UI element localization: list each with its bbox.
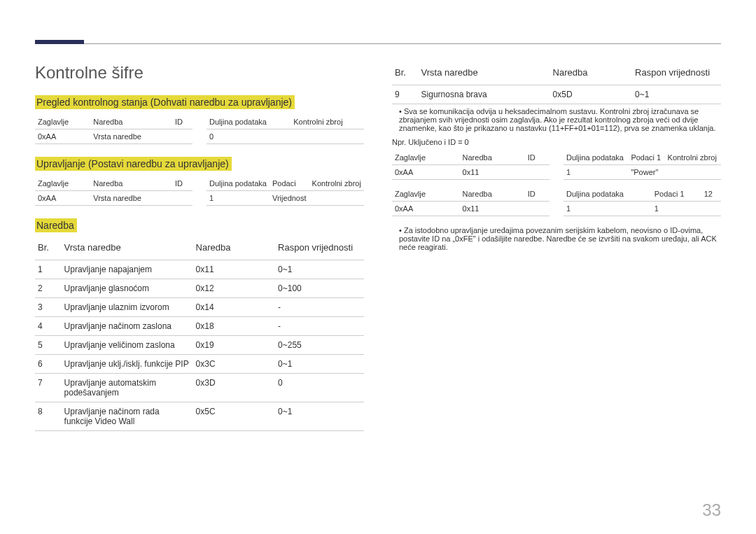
cell: Podaci 1	[652, 187, 701, 202]
th-br: Br.	[35, 238, 62, 260]
cell: 12	[701, 187, 721, 202]
note-broadcast: • Za istodobno upravljanje uređajima pov…	[392, 223, 721, 254]
cell: 4	[35, 317, 62, 336]
control-grid-right: Duljina podatakaPodaciKontrolni zbroj 1V…	[206, 176, 364, 206]
table-row: 8Upravljanje načinom rada funkcije Video…	[35, 402, 364, 431]
table-row: 9 Sigurnosna brava 0x5D 0~1	[392, 85, 721, 104]
cell: ID	[172, 115, 192, 129]
cell: 0xAA	[35, 129, 90, 144]
example-label: Npr. Uključeno i ID = 0	[392, 135, 721, 150]
cell: 1	[564, 165, 628, 180]
cell: Zaglavlje	[392, 187, 460, 202]
example-grid-b-right: Duljina podatakaPodaci 112 11	[564, 187, 721, 216]
cell: Sigurnosna brava	[419, 85, 550, 104]
cell: 0~255	[275, 336, 364, 355]
cell: Kontrolni zbroj	[665, 150, 721, 165]
cell	[525, 165, 550, 180]
cell: 0x3C	[193, 355, 276, 374]
section-control: Upravljanje (Postavi naredbu za upravlja…	[35, 157, 364, 206]
cell: ID	[525, 187, 550, 202]
control-grid-left: ZaglavljeNaredbaID 0xAAVrsta naredbe	[35, 176, 192, 206]
table-row: 5Upravljanje veličinom zaslona0x190~255	[35, 336, 364, 355]
cell: Upravljanje ulaznim izvorom	[62, 298, 193, 317]
cell: ID	[525, 150, 550, 165]
left-column: Kontrolne šifre Pregled kontrolnog stanj…	[35, 63, 364, 444]
example-grid-b-left: ZaglavljeNaredbaID 0xAA0x11	[392, 187, 550, 216]
cell: Duljina podataka	[564, 187, 652, 202]
view-state-grid-right: Duljina podatakaKontrolni zbroj 0	[206, 115, 364, 144]
cell: 0x3D	[193, 374, 276, 402]
cell	[172, 129, 192, 144]
table-row: 2Upravljanje glasnoćom0x120~100	[35, 279, 364, 298]
cell: Zaglavlje	[35, 115, 90, 129]
cell: 0x11	[460, 202, 525, 216]
cell: 0~100	[275, 279, 364, 298]
cell: 0	[275, 374, 364, 402]
cell: 0x11	[193, 260, 276, 279]
cell: 5	[35, 336, 62, 355]
cell: Kontrolni zbroj	[309, 176, 364, 191]
th-type: Vrsta naredbe	[62, 238, 193, 260]
section-command: Naredba Br. Vrsta naredbe Naredba Raspon…	[35, 218, 364, 431]
cell: 0x5C	[193, 402, 276, 431]
command-table-cont: Br. Vrsta naredbe Naredba Raspon vrijedn…	[392, 63, 721, 104]
th-type: Vrsta naredbe	[419, 63, 550, 85]
cell	[309, 191, 364, 206]
cell	[665, 165, 721, 180]
cell: 0xAA	[392, 202, 460, 216]
cell	[290, 129, 364, 144]
cell: Duljina podataka	[564, 150, 628, 165]
cell: ID	[172, 176, 192, 191]
cell: 0~1	[632, 85, 721, 104]
cell: Upravljanje veličinom zaslona	[62, 336, 193, 355]
cell: Zaglavlje	[35, 176, 90, 191]
cell: "Power"	[628, 165, 664, 180]
cell: 0~1	[275, 355, 364, 374]
cell: Vrijednost	[270, 191, 309, 206]
page-number: 33	[702, 500, 721, 520]
cell: Upravljanje načinom rada funkcije Video …	[62, 402, 193, 431]
cell	[525, 202, 550, 216]
cell	[172, 191, 192, 206]
cell: 8	[35, 402, 62, 431]
table-row: 7Upravljanje automatskim podešavanjem0x3…	[35, 374, 364, 402]
cell: Vrsta naredbe	[90, 191, 172, 206]
right-column: Br. Vrsta naredbe Naredba Raspon vrijedn…	[392, 63, 721, 444]
cell: 7	[35, 374, 62, 402]
th-range: Raspon vrijednosti	[632, 63, 721, 85]
page-content: Kontrolne šifre Pregled kontrolnog stanj…	[35, 63, 721, 444]
table-row: 4Upravljanje načinom zaslona0x18-	[35, 317, 364, 336]
cell: 0~1	[275, 402, 364, 431]
cell: 1	[206, 191, 270, 206]
cell: 0x12	[193, 279, 276, 298]
th-cmd: Naredba	[193, 238, 276, 260]
cell: Duljina podataka	[206, 115, 290, 129]
cell: 1	[564, 202, 652, 216]
cell: 1	[652, 202, 701, 216]
cell: 9	[392, 85, 419, 104]
page-title: Kontrolne šifre	[35, 63, 364, 83]
cell: 0x5D	[550, 85, 633, 104]
command-table: Br. Vrsta naredbe Naredba Raspon vrijedn…	[35, 238, 364, 431]
cell: Upravljanje glasnoćom	[62, 279, 193, 298]
cell: 0x18	[193, 317, 276, 336]
cell: Podaci	[270, 176, 309, 191]
cell: 0x19	[193, 336, 276, 355]
cell: Upravljanje načinom zaslona	[62, 317, 193, 336]
cell: Upravljanje automatskim podešavanjem	[62, 374, 193, 402]
cell: Upravljanje uklj./isklj. funkcije PIP	[62, 355, 193, 374]
cell	[701, 202, 721, 216]
cell: Naredba	[90, 115, 172, 129]
cell: Naredba	[90, 176, 172, 191]
th-range: Raspon vrijednosti	[275, 238, 364, 260]
cell: Upravljanje napajanjem	[62, 260, 193, 279]
example-grid-a-left: ZaglavljeNaredbaID 0xAA0x11	[392, 150, 550, 180]
cell: Zaglavlje	[392, 150, 460, 165]
header-accent-bar	[35, 40, 84, 44]
cell: 2	[35, 279, 62, 298]
top-rule	[35, 43, 721, 44]
cell: 0x11	[460, 165, 525, 180]
view-state-grid-left: ZaglavljeNaredbaID 0xAAVrsta naredbe	[35, 115, 192, 144]
section-heading-3: Naredba	[35, 218, 77, 232]
cell: 6	[35, 355, 62, 374]
